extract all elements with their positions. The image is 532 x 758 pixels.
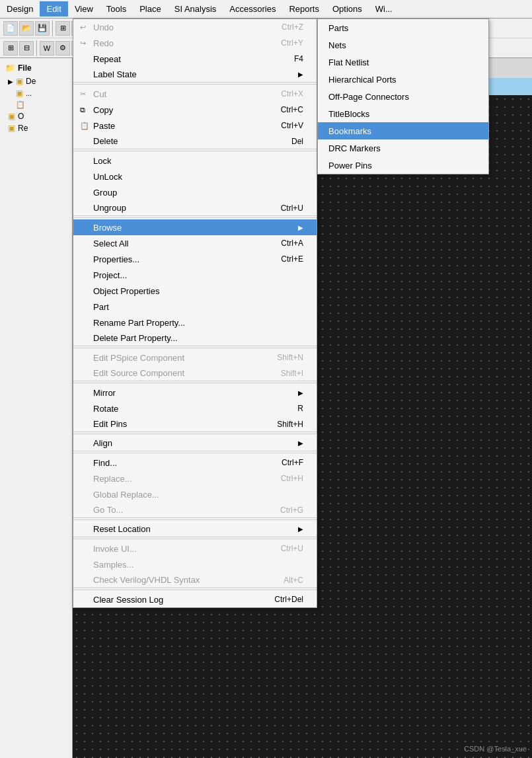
redo-label: Redo	[93, 38, 114, 48]
edit-pins-label: Edit Pins	[93, 419, 127, 429]
tb2-icon-1[interactable]: ⊞	[3, 41, 18, 56]
tree-item-1a[interactable]: ▣ ...	[5, 87, 72, 99]
submenu-hierarchical-ports[interactable]: Hierarchical Ports	[318, 71, 488, 88]
menubar-tools[interactable]: Tools	[100, 1, 133, 17]
reset-location-label: Reset Location	[93, 524, 151, 534]
find-shortcut: Ctrl+F	[282, 458, 303, 467]
menu-find[interactable]: Find... Ctrl+F	[73, 455, 317, 471]
submenu-bookmarks[interactable]: Bookmarks	[318, 122, 488, 139]
menu-rotate[interactable]: Rotate R	[73, 400, 317, 416]
ungroup-shortcut: Ctrl+U	[281, 204, 303, 213]
samples-label: Samples...	[93, 560, 133, 570]
ungroup-label: Ungroup	[93, 203, 126, 213]
submenu-off-page-connectors[interactable]: Off-Page Connectors	[318, 88, 488, 105]
undo-icon: ↩	[80, 23, 86, 32]
tree-item-1b[interactable]: 📋	[5, 99, 72, 110]
menu-rename-part-property[interactable]: Rename Part Property...	[73, 315, 317, 330]
menu-edit-pspice[interactable]: Edit PSpice Component Shift+N	[73, 350, 317, 365]
menubar-accessories[interactable]: Accessories	[223, 1, 282, 17]
menu-align[interactable]: Align ▶	[73, 436, 317, 451]
menu-cut[interactable]: ✂ Cut Ctrl+X	[73, 86, 317, 102]
cut-icon: ✂	[80, 90, 86, 98]
menu-copy[interactable]: ⧉ Copy Ctrl+C	[73, 102, 317, 118]
menu-object-properties[interactable]: Object Properties	[73, 283, 317, 299]
menubar-design[interactable]: Design	[0, 1, 40, 17]
menubar-edit[interactable]: Edit	[40, 1, 67, 17]
tb2-icon-2[interactable]: ⊟	[19, 41, 34, 56]
menu-redo[interactable]: ↪ Redo Ctrl+Y	[73, 35, 317, 51]
submenu-parts[interactable]: Parts	[318, 19, 488, 36]
tb2-icon-4[interactable]: ⚙	[56, 41, 70, 56]
align-arrow: ▶	[298, 439, 303, 447]
divider-1	[73, 84, 317, 85]
submenu-drc-markers[interactable]: DRC Markers	[318, 139, 488, 157]
submenu-titleblocks[interactable]: TitleBlocks	[318, 105, 488, 122]
power-pins-label: Power Pins	[328, 161, 372, 171]
menu-check-verilog[interactable]: Check Verilog/VHDL Syntax Alt+C	[73, 572, 317, 588]
clear-session-label: Clear Session Log	[93, 595, 163, 605]
replace-shortcut: Ctrl+H	[281, 474, 303, 483]
divider-6	[73, 434, 317, 434]
menu-group[interactable]: Group	[73, 184, 317, 200]
submenu-power-pins[interactable]: Power Pins	[318, 157, 488, 174]
toolbar-icon-1[interactable]: ⊞	[56, 21, 70, 36]
undo-shortcut: Ctrl+Z	[282, 22, 303, 32]
menubar-place[interactable]: Place	[133, 1, 168, 17]
unlock-label: UnLock	[93, 172, 122, 182]
menu-part[interactable]: Part	[73, 299, 317, 315]
tb2-icon-3[interactable]: W	[40, 41, 54, 56]
divider-7	[73, 453, 317, 453]
menubar-si-analysis[interactable]: SI Analysis	[168, 1, 223, 17]
menubar-wi[interactable]: Wi...	[369, 1, 399, 17]
menu-global-replace[interactable]: Global Replace...	[73, 486, 317, 502]
delete-label: Delete	[93, 136, 118, 146]
divider-8	[73, 519, 317, 520]
menu-reset-location[interactable]: Reset Location ▶	[73, 521, 317, 537]
tree-item-1[interactable]: ▶ ▣ De	[5, 75, 72, 87]
menu-samples[interactable]: Samples...	[73, 556, 317, 572]
menu-browse[interactable]: Browse ▶	[73, 219, 317, 235]
new-icon[interactable]: 📄	[3, 21, 18, 36]
menu-repeat[interactable]: Repeat F4	[73, 51, 317, 67]
replace-label: Replace...	[93, 474, 132, 484]
menu-invoke-ui[interactable]: Invoke UI... Ctrl+U	[73, 541, 317, 556]
open-icon[interactable]: 📂	[19, 21, 34, 36]
edit-menu: ↩ Undo Ctrl+Z ↪ Redo Ctrl+Y Repeat F4 La…	[73, 19, 317, 608]
menu-properties[interactable]: Properties... Ctrl+E	[73, 251, 317, 267]
file-icon-1b: 📋	[16, 100, 25, 109]
menu-clear-session[interactable]: Clear Session Log Ctrl+Del	[73, 591, 317, 607]
menu-mirror[interactable]: Mirror ▶	[73, 385, 317, 400]
global-replace-label: Global Replace...	[93, 490, 159, 500]
browse-arrow: ▶	[298, 224, 303, 231]
menu-project[interactable]: Project...	[73, 267, 317, 283]
menu-delete-part-property[interactable]: Delete Part Property...	[73, 330, 317, 346]
cut-label: Cut	[93, 89, 106, 99]
menu-replace[interactable]: Replace... Ctrl+H	[73, 471, 317, 486]
check-verilog-shortcut: Alt+C	[284, 576, 303, 585]
menu-undo[interactable]: ↩ Undo Ctrl+Z	[73, 19, 317, 35]
menu-delete[interactable]: Delete Del	[73, 133, 317, 149]
submenu-flat-netlist[interactable]: Flat Netlist	[318, 54, 488, 71]
folder-icon-re: ▣	[8, 124, 15, 133]
reset-location-arrow: ▶	[298, 525, 303, 533]
menubar-options[interactable]: Options	[326, 1, 369, 17]
tree-item-o[interactable]: ▣ O	[5, 110, 72, 122]
menu-edit-pins[interactable]: Edit Pins Shift+H	[73, 416, 317, 432]
menu-select-all[interactable]: Select All Ctrl+A	[73, 235, 317, 251]
menu-label-state[interactable]: Label State ▶	[73, 67, 317, 83]
menu-edit-source[interactable]: Edit Source Component Shift+I	[73, 365, 317, 381]
menu-ungroup[interactable]: Ungroup Ctrl+U	[73, 200, 317, 216]
cut-shortcut: Ctrl+X	[281, 89, 303, 98]
submenu-nets[interactable]: Nets	[318, 36, 488, 54]
save-icon[interactable]: 💾	[35, 21, 50, 36]
menu-lock[interactable]: Lock	[73, 153, 317, 169]
paste-label: Paste	[93, 121, 115, 131]
menubar-reports[interactable]: Reports	[282, 1, 326, 17]
menu-go-to[interactable]: Go To... Ctrl+G	[73, 502, 317, 518]
menu-unlock[interactable]: UnLock	[73, 169, 317, 184]
menubar-view[interactable]: View	[68, 1, 100, 17]
menu-paste[interactable]: 📋 Paste Ctrl+V	[73, 118, 317, 133]
paste-shortcut: Ctrl+V	[281, 121, 303, 130]
divider-3	[73, 217, 317, 218]
tree-item-re[interactable]: ▣ Re	[5, 122, 72, 134]
